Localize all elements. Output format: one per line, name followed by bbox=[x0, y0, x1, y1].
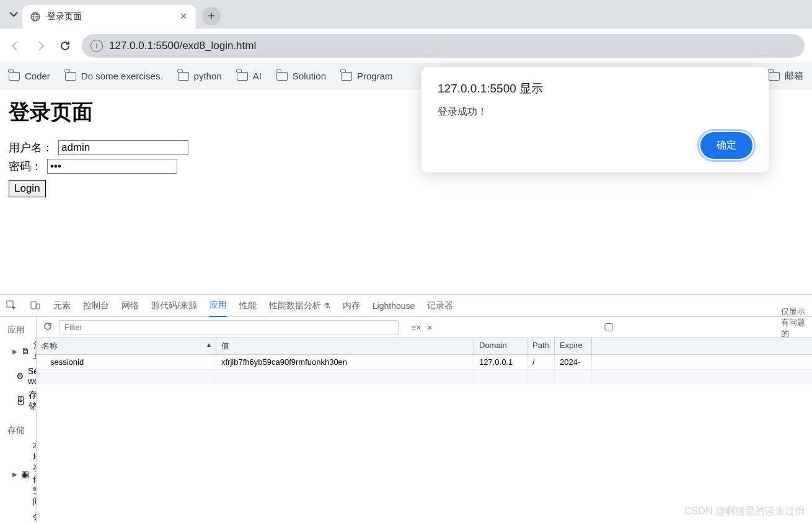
reload-icon bbox=[59, 40, 71, 52]
dialog-ok-button[interactable]: 确定 bbox=[700, 132, 752, 159]
cell-name: sessionid bbox=[37, 355, 216, 369]
password-input[interactable] bbox=[47, 159, 177, 174]
devtools-body: 应用 ▶🗎清单 ⚙Service workers 🗄存储 存储 ▶▦本地存储空间… bbox=[0, 317, 812, 523]
sidebar-section-storage: 存储 bbox=[0, 422, 36, 439]
sort-asc-icon: ▲ bbox=[206, 341, 212, 348]
svg-rect-4 bbox=[37, 304, 40, 309]
folder-icon bbox=[237, 72, 248, 81]
col-name[interactable]: 名称▲ bbox=[37, 338, 216, 354]
bookmark-item[interactable]: 邮箱 bbox=[769, 70, 803, 82]
username-label: 用户名： bbox=[9, 140, 53, 155]
devtools-panel: 元素 控制台 网络 源代码/来源 应用 性能 性能数据分析 ⚗ 内存 Light… bbox=[0, 294, 812, 523]
devtools-tab-application[interactable]: 应用 bbox=[210, 295, 227, 317]
col-domain[interactable]: Domain bbox=[474, 338, 527, 354]
col-value[interactable]: 值 bbox=[216, 338, 474, 354]
bookmark-item[interactable]: AI bbox=[237, 71, 262, 81]
col-expires[interactable]: Expire bbox=[555, 338, 592, 354]
bookmark-item[interactable]: Do some exercises. bbox=[65, 71, 163, 81]
gear-icon: ⚙ bbox=[16, 371, 24, 381]
bookmark-item[interactable]: Program bbox=[341, 71, 393, 81]
folder-icon bbox=[65, 72, 76, 81]
tab-title: 登录页面 bbox=[47, 11, 172, 22]
cell-domain: 127.0.0.1 bbox=[474, 355, 527, 369]
sidebar-item-manifest[interactable]: ▶🗎清单 bbox=[0, 338, 36, 364]
address-bar[interactable]: i 127.0.0.1:5500/exd8_login.html bbox=[82, 34, 805, 58]
folder-icon bbox=[341, 72, 352, 81]
url-text: 127.0.0.1:5500/exd8_login.html bbox=[109, 40, 256, 52]
alert-dialog: 127.0.0.1:5500 显示 登录成功！ 确定 bbox=[421, 67, 769, 172]
sidebar-item-local-storage[interactable]: ▶▦本地存储空间 bbox=[0, 439, 36, 509]
username-input[interactable] bbox=[58, 140, 188, 155]
devtools-main: ≡× × 仅显示有问题的 Cookie 名称▲ 值 Domain Path Ex… bbox=[37, 317, 812, 523]
inspect-icon[interactable] bbox=[6, 300, 17, 311]
devtools-filter-bar: ≡× × 仅显示有问题的 Cookie bbox=[37, 317, 812, 338]
sidebar-item-session-storage[interactable]: ▶▦会话存储空间 bbox=[0, 509, 36, 523]
folder-icon bbox=[276, 72, 288, 81]
database-icon: 🗄 bbox=[16, 396, 25, 406]
chevron-down-icon bbox=[9, 10, 18, 19]
toolbar: i 127.0.0.1:5500/exd8_login.html bbox=[0, 29, 812, 63]
cell-expires: 2024- bbox=[555, 355, 592, 369]
devtools-tab-memory[interactable]: 内存 bbox=[343, 295, 360, 316]
password-label: 密码： bbox=[9, 159, 42, 174]
document-icon: 🗎 bbox=[21, 346, 30, 356]
devtools-tab-console[interactable]: 控制台 bbox=[83, 295, 109, 316]
cookies-table: 名称▲ 值 Domain Path Expire sessionid xfrjl… bbox=[37, 338, 812, 523]
sidebar-item-storage[interactable]: 🗄存储 bbox=[0, 388, 36, 414]
table-row[interactable]: sessionid xfrjlb7fh6yb59ca90f9rmfuonkh30… bbox=[37, 355, 812, 370]
site-info-icon[interactable]: i bbox=[90, 40, 103, 52]
arrow-left-icon bbox=[9, 40, 22, 52]
folder-icon bbox=[9, 72, 20, 81]
col-path[interactable]: Path bbox=[527, 338, 555, 354]
browser-tab[interactable]: 登录页面 × bbox=[22, 5, 196, 29]
login-button[interactable]: Login bbox=[9, 180, 46, 197]
device-icon[interactable] bbox=[30, 300, 41, 311]
storage-icon: ▦ bbox=[21, 469, 29, 479]
bookmark-item[interactable]: python bbox=[178, 71, 222, 81]
devtools-tab-performance[interactable]: 性能 bbox=[239, 295, 257, 316]
table-body: sessionid xfrjlb7fh6yb59ca90f9rmfuonkh30… bbox=[37, 355, 812, 383]
clear-filter-icon[interactable]: ≡× bbox=[411, 323, 421, 333]
table-header: 名称▲ 值 Domain Path Expire bbox=[37, 338, 812, 355]
bookmark-item[interactable]: Coder bbox=[9, 71, 50, 81]
globe-icon bbox=[30, 11, 41, 22]
folder-icon bbox=[769, 72, 780, 81]
arrow-right-icon bbox=[34, 40, 46, 52]
bookmark-item[interactable]: Solution bbox=[276, 71, 326, 81]
tab-search-dropdown[interactable] bbox=[5, 6, 22, 23]
devtools-tab-perf-insights[interactable]: 性能数据分析 ⚗ bbox=[269, 295, 330, 316]
tab-close-button[interactable]: × bbox=[179, 12, 188, 22]
folder-icon bbox=[178, 72, 189, 81]
svg-rect-3 bbox=[31, 302, 36, 309]
close-icon[interactable]: × bbox=[427, 323, 432, 333]
forward-button[interactable] bbox=[32, 38, 48, 54]
devtools-sidebar: 应用 ▶🗎清单 ⚙Service workers 🗄存储 存储 ▶▦本地存储空间… bbox=[0, 317, 37, 523]
triangle-icon: ▶ bbox=[12, 471, 17, 478]
new-tab-button[interactable]: + bbox=[202, 7, 221, 25]
flask-icon: ⚗ bbox=[324, 302, 330, 310]
back-button[interactable] bbox=[7, 38, 24, 54]
refresh-button[interactable] bbox=[43, 321, 53, 334]
devtools-tab-network[interactable]: 网络 bbox=[121, 295, 139, 316]
dialog-title: 127.0.0.1:5500 显示 bbox=[438, 81, 752, 97]
devtools-tab-lighthouse[interactable]: Lighthouse bbox=[373, 296, 415, 316]
tab-strip: 登录页面 × + bbox=[0, 0, 812, 29]
checkbox-input[interactable] bbox=[439, 323, 779, 331]
devtools-tab-sources[interactable]: 源代码/来源 bbox=[151, 295, 197, 316]
sidebar-item-service-workers[interactable]: ⚙Service workers bbox=[0, 364, 36, 388]
refresh-icon bbox=[43, 321, 53, 331]
cell-path: / bbox=[527, 355, 555, 369]
cell-value: xfrjlb7fh6yb59ca90f9rmfuonkh30en bbox=[216, 355, 474, 369]
filter-input[interactable] bbox=[59, 320, 399, 334]
sidebar-section-application: 应用 bbox=[0, 322, 36, 338]
reload-button[interactable] bbox=[57, 38, 73, 54]
devtools-tab-elements[interactable]: 元素 bbox=[53, 295, 71, 316]
table-row bbox=[37, 370, 812, 383]
dialog-message: 登录成功！ bbox=[438, 105, 752, 118]
triangle-icon: ▶ bbox=[12, 348, 17, 355]
